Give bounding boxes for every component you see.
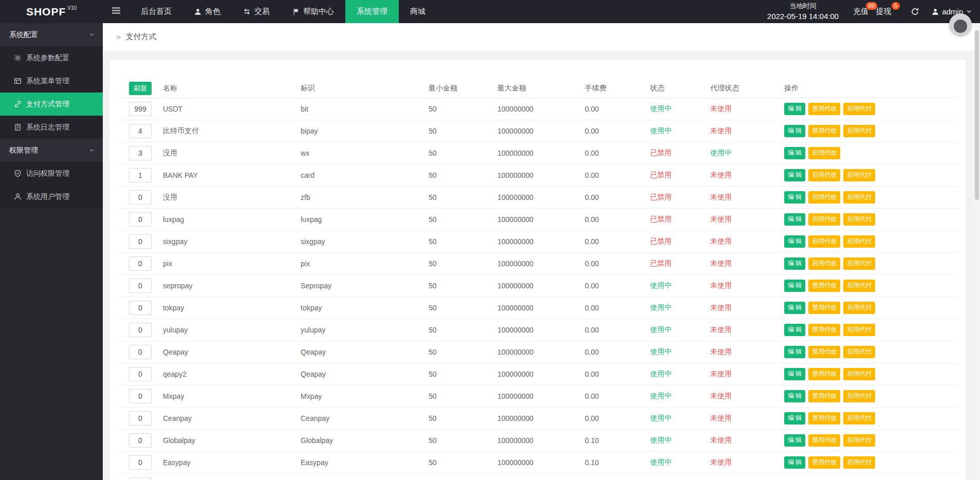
edit-button[interactable]: 编 辑 bbox=[784, 302, 805, 314]
enable-payout-button[interactable]: 启用代付 bbox=[843, 280, 875, 292]
topnav-item[interactable]: 帮助中心 bbox=[281, 0, 345, 23]
agent-status-text: 未使用 bbox=[710, 193, 732, 201]
enable-payout-button[interactable]: 启用代付 bbox=[843, 125, 875, 137]
disable-collect-button[interactable]: 禁用代收 bbox=[808, 346, 840, 358]
sort-order-input[interactable] bbox=[129, 146, 152, 160]
enable-payout-button[interactable]: 启用代付 bbox=[843, 257, 875, 270]
edit-button[interactable]: 编 辑 bbox=[784, 346, 805, 358]
edit-button[interactable]: 编 辑 bbox=[784, 368, 805, 380]
edit-button[interactable]: 编 辑 bbox=[784, 257, 805, 270]
disable-collect-button[interactable]: 禁用代收 bbox=[808, 368, 840, 380]
enable-payout-button[interactable]: 启用代付 bbox=[843, 235, 875, 248]
sort-order-input[interactable] bbox=[129, 455, 152, 470]
edit-button[interactable]: 编 辑 bbox=[784, 103, 805, 115]
topnav-item[interactable]: 系统管理 bbox=[345, 0, 399, 23]
enable-payout-button[interactable]: 启用代付 bbox=[843, 456, 875, 469]
quick-link[interactable]: 提现5 bbox=[876, 7, 891, 16]
enable-collect-button[interactable]: 启用代收 bbox=[808, 257, 840, 270]
disable-collect-button[interactable]: 禁用代收 bbox=[808, 125, 840, 137]
payment-min-amount: 50 bbox=[429, 363, 497, 385]
payment-min-amount: 50 bbox=[429, 164, 497, 186]
payment-min-amount bbox=[429, 473, 497, 480]
sort-order-input[interactable] bbox=[129, 190, 152, 205]
enable-payout-button[interactable]: 启用代付 bbox=[843, 368, 875, 380]
enable-payout-button[interactable]: 启用代付 bbox=[843, 324, 875, 336]
refresh-icon[interactable] bbox=[911, 7, 919, 16]
sort-order-input[interactable] bbox=[129, 389, 152, 403]
sidebar-item-label: 访问权限管理 bbox=[26, 169, 69, 178]
sidebar-item[interactable]: 访问权限管理 bbox=[0, 162, 103, 185]
sidebar-item[interactable]: 支付方式管理 bbox=[0, 93, 103, 116]
enable-collect-button[interactable]: 启用代收 bbox=[808, 147, 840, 159]
edit-button[interactable]: 编 辑 bbox=[784, 390, 805, 402]
sort-order-input[interactable] bbox=[129, 279, 152, 293]
enable-payout-button[interactable]: 启用代付 bbox=[843, 412, 875, 424]
sidebar-toggle-button[interactable] bbox=[103, 0, 130, 23]
payment-max-amount: 100000000 bbox=[497, 341, 585, 363]
refresh-button[interactable]: 刷新 bbox=[129, 82, 152, 95]
sort-order-input[interactable] bbox=[129, 433, 152, 448]
sort-order-input[interactable] bbox=[129, 477, 152, 480]
sort-order-input[interactable] bbox=[129, 345, 152, 359]
sidebar-item[interactable]: 系统菜单管理 bbox=[0, 69, 103, 93]
status-text: 已禁用 bbox=[650, 215, 672, 223]
sort-order-input[interactable] bbox=[129, 367, 152, 381]
disable-collect-button[interactable]: 禁用代收 bbox=[808, 103, 840, 115]
disable-collect-button[interactable]: 禁用代收 bbox=[808, 390, 840, 402]
edit-button[interactable]: 编 辑 bbox=[784, 191, 805, 204]
sort-order-input[interactable] bbox=[129, 168, 152, 182]
scrollbar-thumb[interactable] bbox=[975, 30, 979, 200]
disable-collect-button[interactable]: 禁用代收 bbox=[808, 456, 840, 469]
disable-collect-button[interactable]: 禁用代收 bbox=[808, 412, 840, 424]
disable-collect-button[interactable]: 禁用代收 bbox=[808, 280, 840, 292]
sidebar-item[interactable]: 系统参数配置 bbox=[0, 46, 103, 69]
topnav-item[interactable]: 交易 bbox=[232, 0, 281, 23]
enable-collect-button[interactable]: 启用代收 bbox=[808, 213, 840, 226]
enable-collect-button[interactable]: 启用代收 bbox=[808, 191, 840, 204]
payment-fee: 0.00 bbox=[585, 319, 650, 341]
sort-order-input[interactable] bbox=[129, 323, 152, 337]
edit-button[interactable]: 编 辑 bbox=[784, 169, 805, 181]
enable-payout-button[interactable]: 启用代付 bbox=[843, 191, 875, 204]
gear-icon bbox=[14, 54, 22, 62]
enable-collect-button[interactable]: 启用代收 bbox=[808, 169, 840, 181]
edit-button[interactable]: 编 辑 bbox=[784, 412, 805, 424]
edit-button[interactable]: 编 辑 bbox=[784, 213, 805, 226]
payment-code: Qeapay bbox=[301, 341, 429, 363]
edit-button[interactable]: 编 辑 bbox=[784, 280, 805, 292]
topnav-item[interactable]: 后台首页 bbox=[130, 0, 183, 23]
topnav-item[interactable]: 角色 bbox=[183, 0, 232, 23]
quick-link[interactable]: 充值89 bbox=[853, 7, 868, 16]
sidebar-section-header[interactable]: 系统配置 bbox=[0, 23, 103, 46]
payment-code: card bbox=[301, 164, 429, 186]
sort-order-input[interactable] bbox=[129, 102, 152, 116]
sort-order-input[interactable] bbox=[129, 124, 152, 138]
edit-button[interactable]: 编 辑 bbox=[784, 324, 805, 336]
vertical-scrollbar[interactable] bbox=[974, 23, 980, 480]
enable-collect-button[interactable]: 启用代收 bbox=[808, 235, 840, 248]
sidebar-section-header[interactable]: 权限管理 bbox=[0, 139, 103, 162]
sort-order-input[interactable] bbox=[129, 411, 152, 426]
disable-collect-button[interactable]: 禁用代收 bbox=[808, 434, 840, 447]
sidebar-item[interactable]: 系统用户管理 bbox=[0, 185, 103, 208]
edit-button[interactable]: 编 辑 bbox=[784, 456, 805, 469]
sidebar-item[interactable]: 系统日志管理 bbox=[0, 116, 103, 139]
topnav-item[interactable]: 商城 bbox=[399, 0, 437, 23]
enable-payout-button[interactable]: 启用代付 bbox=[843, 346, 875, 358]
enable-payout-button[interactable]: 启用代付 bbox=[843, 434, 875, 447]
edit-button[interactable]: 编 辑 bbox=[784, 147, 805, 159]
disable-collect-button[interactable]: 禁用代收 bbox=[808, 302, 840, 314]
sort-order-input[interactable] bbox=[129, 212, 152, 227]
sort-order-input[interactable] bbox=[129, 301, 152, 315]
enable-payout-button[interactable]: 启用代付 bbox=[843, 103, 875, 115]
edit-button[interactable]: 编 辑 bbox=[784, 434, 805, 447]
edit-button[interactable]: 编 辑 bbox=[784, 125, 805, 137]
sort-order-input[interactable] bbox=[129, 256, 152, 271]
enable-payout-button[interactable]: 启用代付 bbox=[843, 390, 875, 402]
enable-payout-button[interactable]: 启用代付 bbox=[843, 169, 875, 181]
disable-collect-button[interactable]: 禁用代收 bbox=[808, 324, 840, 336]
edit-button[interactable]: 编 辑 bbox=[784, 235, 805, 248]
enable-payout-button[interactable]: 启用代付 bbox=[843, 302, 875, 314]
sort-order-input[interactable] bbox=[129, 234, 152, 249]
enable-payout-button[interactable]: 启用代付 bbox=[843, 213, 875, 226]
